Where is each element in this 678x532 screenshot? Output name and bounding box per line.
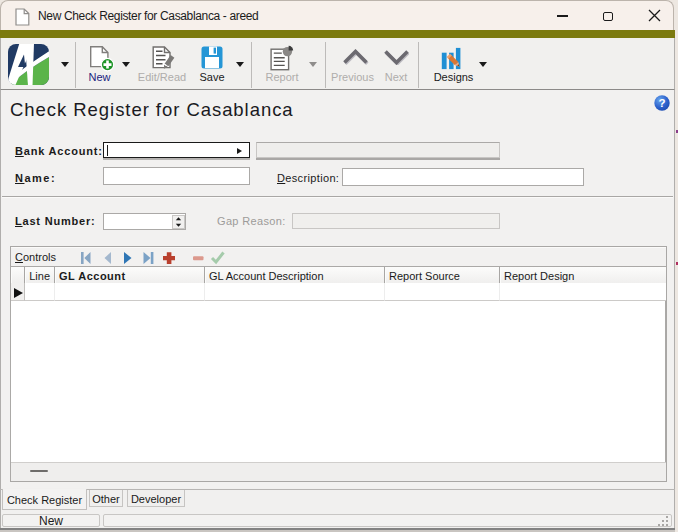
svg-text:?: ?: [658, 97, 665, 109]
